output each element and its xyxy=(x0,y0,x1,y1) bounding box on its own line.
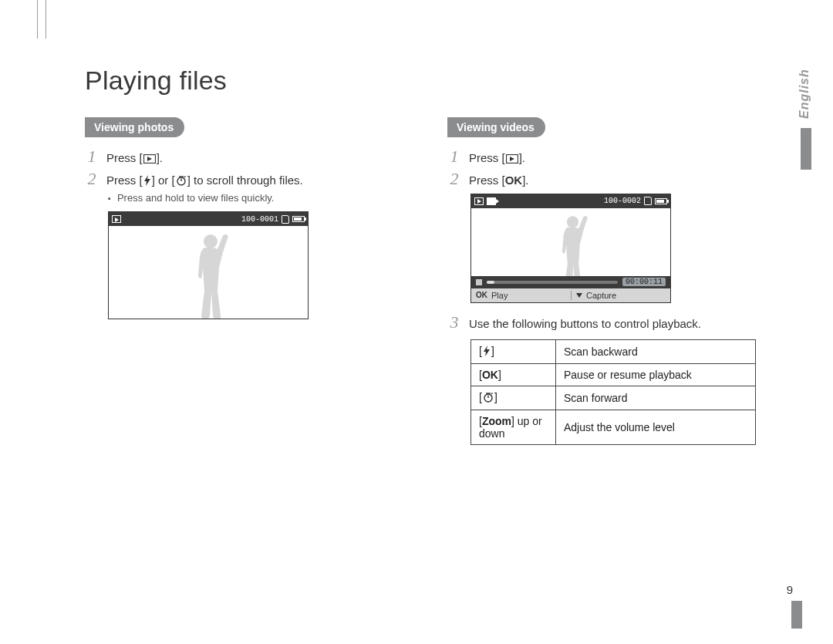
text-frag: Press [ xyxy=(469,151,505,164)
table-cell-desc: Pause or resume playback xyxy=(556,363,756,386)
side-tab-block xyxy=(801,128,811,170)
progress-row: 00:00:11 xyxy=(471,276,670,288)
ok-icon: OK xyxy=(476,291,487,299)
videos-step-3: 3 Use the following buttons to control p… xyxy=(447,314,771,332)
manual-page: Playing files English Viewing photos 1 P… xyxy=(0,0,833,644)
step-number: 2 xyxy=(85,170,99,187)
control-label: Capture xyxy=(586,291,616,300)
memory-card-icon xyxy=(282,215,289,224)
step-number: 3 xyxy=(447,314,461,331)
control-hint-row: OK Play Capture xyxy=(471,288,670,302)
side-language-label: English xyxy=(798,63,811,125)
table-cell-desc: Scan forward xyxy=(556,386,756,410)
timer-icon xyxy=(176,174,187,190)
svg-marker-9 xyxy=(510,157,514,161)
memory-card-icon xyxy=(644,197,652,205)
step-text: Press []. xyxy=(469,150,771,167)
battery-icon xyxy=(292,216,305,222)
ok-label: OK xyxy=(482,369,498,381)
side-language-tab: English xyxy=(798,63,814,202)
screen-footer: 00:00:11 xyxy=(471,276,670,288)
control-label: Play xyxy=(491,291,508,300)
timer-icon xyxy=(483,392,494,405)
text-frag: Press [ xyxy=(469,174,505,187)
table-cell-desc: Adjust the volume level xyxy=(556,410,756,444)
playback-mode-icon xyxy=(474,197,484,205)
bullet-dot-icon: ▪ xyxy=(108,192,111,206)
text-frag: Press [ xyxy=(106,174,143,187)
playback-icon xyxy=(143,152,156,167)
step-number: 1 xyxy=(85,148,99,165)
content-columns: Viewing photos 1 Press []. 2 Press [] or… xyxy=(85,117,787,445)
photos-step-1: 1 Press []. xyxy=(85,148,409,167)
photos-step-2: 2 Press [] or [] to scroll through files… xyxy=(85,170,409,190)
battery-icon xyxy=(655,198,667,204)
text-frag: ]. xyxy=(157,151,163,164)
person-silhouette-icon xyxy=(181,231,235,319)
text-frag: ] or [ xyxy=(152,174,175,187)
playback-controls-table: [] Scan backward [OK] Pause or resume pl… xyxy=(470,339,756,445)
zoom-label: Zoom xyxy=(482,415,511,427)
file-counter: 100-0002 xyxy=(604,197,641,205)
screen-body xyxy=(109,226,308,319)
svg-marker-1 xyxy=(147,157,152,161)
sub-bullet-text: Press and hold to view files quickly. xyxy=(117,192,275,206)
control-hint-play: OK Play xyxy=(471,291,571,300)
right-column: Viewing videos 1 Press []. 2 Press [OK]. xyxy=(447,117,771,445)
videos-step-2: 2 Press [OK]. xyxy=(447,170,771,188)
svg-line-6 xyxy=(184,177,186,178)
file-counter: 100-0001 xyxy=(241,215,278,224)
step-text: Press []. xyxy=(106,150,409,167)
control-hint-capture: Capture xyxy=(571,291,670,300)
playback-icon xyxy=(506,152,518,167)
table-cell-key: [OK] xyxy=(471,363,556,386)
table-cell-desc: Scan backward xyxy=(556,339,756,363)
playback-mode-icon xyxy=(112,215,121,223)
photos-sub-bullet: ▪ Press and hold to view files quickly. xyxy=(108,192,409,206)
video-file-icon xyxy=(487,197,496,205)
text-frag: ]. xyxy=(522,174,528,187)
page-title: Playing files xyxy=(85,66,787,96)
step-text: Press [OK]. xyxy=(469,173,771,188)
flash-icon xyxy=(483,346,491,359)
down-triangle-icon xyxy=(576,293,582,298)
table-row: [] Scan backward xyxy=(471,339,756,363)
svg-marker-11 xyxy=(484,346,490,356)
screen-header: 100-0002 xyxy=(471,194,670,208)
crop-marks xyxy=(37,0,46,39)
videos-step-1: 1 Press []. xyxy=(447,148,771,167)
stop-icon xyxy=(476,279,482,285)
svg-point-7 xyxy=(204,234,218,248)
table-cell-key: [] xyxy=(471,386,556,410)
svg-marker-2 xyxy=(144,175,150,186)
step-text: Press [] or [] to scroll through files. xyxy=(106,173,409,190)
table-row: [Zoom] up or down Adjust the volume leve… xyxy=(471,410,756,444)
step-text: Use the following buttons to control pla… xyxy=(469,316,771,332)
section-header-videos: Viewing videos xyxy=(447,117,545,137)
page-number: 9 xyxy=(787,583,793,596)
table-cell-key: [Zoom] up or down xyxy=(471,410,556,444)
flash-icon xyxy=(143,174,151,190)
timecode: 00:00:11 xyxy=(622,278,666,286)
step-number: 1 xyxy=(447,148,461,165)
table-cell-key: [] xyxy=(471,339,556,363)
table-row: [] Scan forward xyxy=(471,386,756,410)
video-screen-illustration: 100-0002 xyxy=(470,194,671,303)
progress-track xyxy=(487,281,618,284)
screen-header: 100-0001 xyxy=(109,212,308,226)
section-header-photos: Viewing photos xyxy=(85,117,184,137)
svg-point-10 xyxy=(567,216,578,228)
page-number-tab xyxy=(791,601,802,629)
text-frag: ] to scroll through files. xyxy=(187,174,303,187)
photo-screen-illustration: 100-0001 xyxy=(108,211,309,319)
table-row: [OK] Pause or resume playback xyxy=(471,363,756,386)
left-column: Viewing photos 1 Press []. 2 Press [] or… xyxy=(85,117,409,445)
svg-line-15 xyxy=(491,393,493,394)
text-frag: ]. xyxy=(519,151,525,164)
screen-body: 00:00:11 xyxy=(471,208,670,288)
ok-label: OK xyxy=(505,174,523,187)
progress-fill xyxy=(487,281,494,284)
text-frag: Press [ xyxy=(106,151,143,164)
step-number: 2 xyxy=(447,170,461,187)
